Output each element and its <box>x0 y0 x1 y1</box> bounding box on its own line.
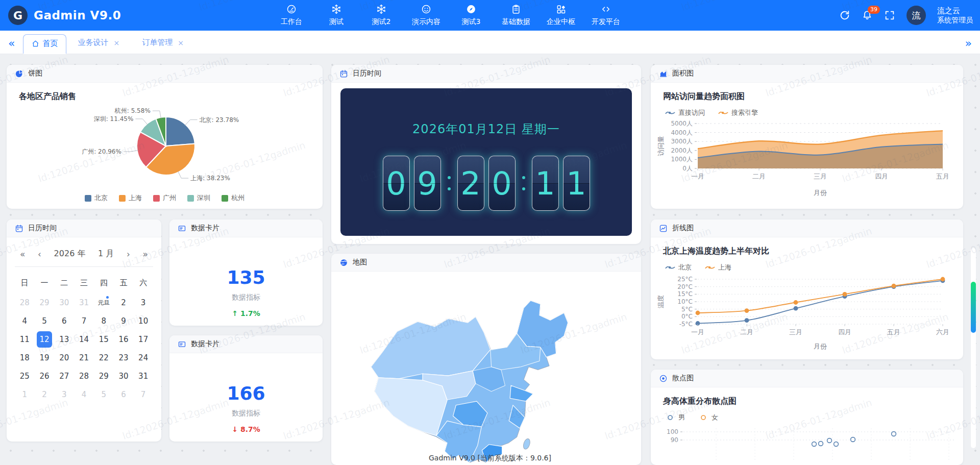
calendar-cell[interactable]: 5 <box>96 386 112 403</box>
line-chart: 25°C20°C15°C10°C5°C0°C-5°C一月二月三月四月五月六月温度… <box>655 274 959 351</box>
prev-year-icon[interactable]: « <box>20 249 25 259</box>
menu-item-2[interactable]: 测试2 <box>360 1 402 30</box>
calendar-cell[interactable]: 21 <box>76 350 92 366</box>
svg-text:月份: 月份 <box>814 189 827 197</box>
tab-order-management[interactable]: 订单管理 × <box>131 38 195 54</box>
legend-item[interactable]: 上海 <box>705 263 731 272</box>
menu-item-3[interactable]: 演示内容 <box>405 1 447 30</box>
area-chart-panel: 面积图 网站访问量趋势面积图 直接访问搜索引擎 5000人4000人3000人2… <box>651 65 963 209</box>
scrollbar-thumb[interactable] <box>971 282 976 333</box>
calendar-cell[interactable]: 30 <box>56 295 72 311</box>
calendar-cell[interactable]: 29 <box>37 295 53 311</box>
svg-text:北京: 23.78%: 北京: 23.78% <box>199 116 239 124</box>
user-info[interactable]: 流之云 系统管理员 <box>937 6 973 25</box>
calendar-cell[interactable]: 23 <box>116 350 132 366</box>
calendar-icon <box>339 69 348 78</box>
calendar-cell[interactable]: 20 <box>56 350 72 366</box>
calendar-cell[interactable]: 24 <box>135 350 151 366</box>
legend-item[interactable]: 北京 <box>665 263 692 272</box>
legend-item[interactable]: 男 <box>665 413 685 422</box>
menu-item-0[interactable]: 工作台 <box>271 1 312 30</box>
scatter-chart-panel: 散点图 身高体重分布散点图 男女 10090 <box>651 370 963 465</box>
calendar-cell[interactable]: 22 <box>96 350 112 366</box>
map-panel: 地图 <box>331 254 641 465</box>
header-tools: 39 流 流之云 系统管理员 <box>839 0 973 31</box>
legend-item[interactable]: 杭州 <box>222 193 244 203</box>
fullscreen-icon[interactable] <box>884 10 895 21</box>
calendar-cell[interactable]: 2 <box>37 386 53 403</box>
user-avatar[interactable]: 流 <box>906 6 926 25</box>
calendar-cell[interactable]: 25 <box>17 368 33 384</box>
chart-title: 各地区产品销售 <box>7 83 323 102</box>
calendar-cell[interactable]: 10 <box>135 313 151 329</box>
calendar-cell[interactable]: 9 <box>116 313 132 329</box>
next-year-icon[interactable]: » <box>143 249 148 259</box>
tab-business-design[interactable]: 业务设计 × <box>66 38 131 54</box>
calendar-cell[interactable]: 5 <box>37 313 53 329</box>
calendar-cell[interactable]: 8 <box>96 313 112 329</box>
calendar-cell[interactable]: 13 <box>56 331 72 348</box>
legend-item[interactable]: 上海 <box>119 193 142 203</box>
menu-item-7[interactable]: 开发平台 <box>585 1 627 30</box>
calendar-cell[interactable]: 6 <box>56 313 72 329</box>
close-icon[interactable]: × <box>113 39 119 47</box>
notification-bell-icon[interactable]: 39 <box>862 10 873 21</box>
calendar-cell[interactable]: 3 <box>56 386 72 403</box>
calendar-cell[interactable]: 28 <box>76 368 92 384</box>
svg-text:15°C: 15°C <box>677 290 693 298</box>
globe-icon <box>339 258 348 267</box>
dashboard-icon <box>286 4 297 16</box>
calendar-cell[interactable]: 3 <box>135 295 151 311</box>
calendar-cell[interactable]: 28 <box>17 295 33 311</box>
calendar-month[interactable]: 1 月 <box>98 249 114 259</box>
close-icon[interactable]: × <box>178 39 184 47</box>
area-chart: 5000人4000人3000人2000人1000人0人一月二月三月四月五月访问量… <box>655 119 959 200</box>
calendar-panel: 日历时间 « ‹ 2026 年 1 月 › » 日一二三四五六28293031元… <box>7 219 161 442</box>
calendar-cell[interactable]: 19 <box>37 350 53 366</box>
calendar-cell[interactable]: 15 <box>96 331 112 348</box>
tabs-collapse-icon[interactable]: « <box>0 37 23 54</box>
calendar-cell[interactable]: 7 <box>135 386 151 403</box>
calendar-cell[interactable]: 14 <box>76 331 92 348</box>
calendar-cell[interactable]: 27 <box>56 368 72 384</box>
legend-item[interactable]: 北京 <box>85 193 108 203</box>
calendar-cell[interactable]: 元旦 <box>96 295 112 311</box>
calendar-cell[interactable]: 7 <box>76 313 92 329</box>
line-legend: 北京上海 <box>651 257 963 272</box>
calendar-cell[interactable]: 16 <box>116 331 132 348</box>
legend-item[interactable]: 直接访问 <box>665 108 705 117</box>
calendar-cell[interactable]: 4 <box>76 386 92 403</box>
calendar-year[interactable]: 2026 年 <box>54 249 86 259</box>
calendar-cell[interactable]: 26 <box>37 368 53 384</box>
calendar-cell[interactable]: 31 <box>76 295 92 311</box>
legend-item[interactable]: 女 <box>698 413 718 422</box>
calendar-cell[interactable]: 4 <box>17 313 33 329</box>
legend-item[interactable]: 广州 <box>153 193 176 203</box>
calendar-cell[interactable]: 1 <box>17 386 33 403</box>
calendar-cell[interactable]: 18 <box>17 350 33 366</box>
china-map[interactable] <box>342 274 631 465</box>
calendar-cell[interactable]: 6 <box>116 386 132 403</box>
calendar-cell[interactable]: 11 <box>17 331 33 348</box>
calendar-cell[interactable]: 2 <box>116 295 132 311</box>
next-month-icon[interactable]: › <box>127 249 130 259</box>
calendar-cell[interactable]: 29 <box>96 368 112 384</box>
logo[interactable]: G Gadmin V9.0 <box>0 6 214 25</box>
menu-item-1[interactable]: 测试 <box>315 1 357 30</box>
menu-item-4[interactable]: 测试3 <box>450 1 492 30</box>
svg-text:10°C: 10°C <box>677 298 693 305</box>
menu-item-5[interactable]: 基础数据 <box>495 1 537 30</box>
legend-item[interactable]: 深圳 <box>187 193 210 203</box>
legend-item[interactable]: 搜索引擎 <box>718 108 758 117</box>
prev-month-icon[interactable]: ‹ <box>38 249 41 259</box>
menu-item-6[interactable]: 企业中枢 <box>540 1 582 30</box>
calendar-cell[interactable]: 31 <box>135 368 151 384</box>
tab-home[interactable]: 首页 <box>23 34 66 54</box>
calendar-cell[interactable]: 12 <box>37 331 53 348</box>
arrow-down-icon: ↓ <box>232 425 238 433</box>
calendar-cell[interactable]: 30 <box>116 368 132 384</box>
refresh-icon[interactable] <box>839 10 850 21</box>
svg-text:五月: 五月 <box>887 328 900 336</box>
calendar-cell[interactable]: 17 <box>135 331 151 348</box>
tabs-expand-icon[interactable]: » <box>957 37 980 54</box>
